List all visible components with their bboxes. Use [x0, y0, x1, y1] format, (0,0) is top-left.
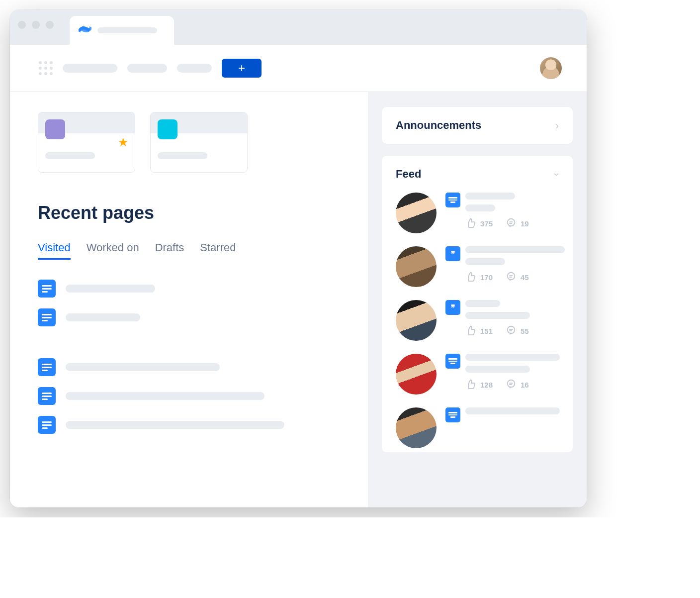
announcements-panel[interactable]: Announcements › [382, 107, 573, 144]
user-avatar[interactable] [396, 246, 437, 287]
nav-item-placeholder[interactable] [127, 64, 167, 73]
feed-meta: 375 19 [445, 217, 559, 230]
page-title-placeholder [66, 363, 220, 371]
plus-icon: + [238, 61, 245, 75]
content-area: ★ Recent pages VisitedWorked onDraftsSta… [10, 92, 587, 507]
page-list [38, 280, 340, 434]
user-avatar[interactable] [396, 354, 437, 395]
feed-excerpt-placeholder [465, 366, 530, 373]
like-count[interactable]: 128 [465, 379, 493, 391]
chevron-right-icon: › [555, 120, 559, 131]
space-cards-row: ★ [38, 112, 340, 173]
comment-count[interactable]: 19 [506, 217, 529, 230]
quote-icon: ❞ [445, 246, 460, 261]
feed-title-placeholder [465, 354, 560, 361]
feed-meta: 170 45 [445, 271, 565, 284]
tab-worked-on[interactable]: Worked on [87, 241, 139, 260]
quote-icon: ❞ [445, 300, 460, 315]
feed-item[interactable]: ❞ 170 45 [396, 246, 559, 287]
feed-meta: 151 55 [445, 325, 559, 337]
page-icon [445, 354, 460, 369]
feed-item[interactable]: ❞ 151 55 [396, 300, 559, 341]
page-heading: Recent pages [38, 202, 340, 223]
maximize-window-icon[interactable] [46, 21, 54, 29]
top-navigation: + [10, 45, 587, 92]
tab-drafts[interactable]: Drafts [155, 241, 184, 260]
page-list-item[interactable] [38, 387, 340, 405]
feed-list: 375 19 ❞ 170 45 ❞ 151 55 128 16 [396, 193, 559, 448]
space-icon [45, 119, 65, 139]
nav-item-placeholder[interactable] [63, 64, 117, 73]
nav-item-placeholder[interactable] [177, 64, 212, 73]
app-switcher-icon[interactable] [39, 61, 53, 75]
space-name-placeholder [158, 152, 207, 159]
browser-tab[interactable] [70, 16, 174, 45]
app-window: + ★ Recent pages VisitedWorked onDraftsS… [10, 10, 587, 507]
feed-excerpt-placeholder [465, 312, 530, 319]
feed-item[interactable]: 128 16 [396, 354, 559, 395]
page-title-placeholder [66, 421, 284, 429]
feed-meta: 128 16 [445, 379, 560, 391]
feed-excerpt-placeholder [465, 258, 505, 265]
comment-icon [506, 379, 517, 391]
page-list-item[interactable] [38, 416, 340, 434]
window-controls[interactable] [18, 21, 54, 29]
feed-title-placeholder [465, 300, 500, 307]
page-title-placeholder [66, 392, 264, 400]
page-icon [445, 193, 460, 207]
comment-count[interactable]: 16 [506, 379, 529, 391]
like-count[interactable]: 151 [465, 325, 493, 337]
chevron-down-icon[interactable]: › [551, 173, 563, 176]
page-icon [38, 308, 56, 326]
thumbs-up-icon [465, 379, 476, 391]
tab-visited[interactable]: Visited [38, 241, 71, 260]
create-button[interactable]: + [222, 59, 262, 78]
announcements-title: Announcements [396, 119, 481, 132]
recent-tabs: VisitedWorked onDraftsStarred [38, 241, 340, 260]
page-icon [38, 358, 56, 376]
user-avatar[interactable] [396, 193, 437, 233]
feed-excerpt-placeholder [465, 204, 495, 211]
feed-title-placeholder [465, 246, 565, 253]
page-icon [445, 407, 460, 422]
page-list-item[interactable] [38, 308, 340, 326]
page-icon [38, 387, 56, 405]
comment-count[interactable]: 45 [506, 271, 529, 284]
space-name-placeholder [45, 152, 95, 159]
feed-item[interactable]: 375 19 [396, 193, 559, 233]
space-card[interactable] [150, 112, 248, 173]
svg-point-6 [508, 326, 515, 334]
comment-icon [506, 217, 517, 230]
profile-avatar[interactable] [540, 57, 562, 79]
tab-starred[interactable]: Starred [200, 241, 236, 260]
space-icon [158, 119, 177, 139]
page-title-placeholder [66, 313, 140, 321]
browser-titlebar [10, 10, 587, 45]
like-count[interactable]: 375 [465, 217, 493, 230]
like-count[interactable]: 170 [465, 271, 493, 284]
comment-icon [506, 325, 517, 337]
feed-title-placeholder [465, 193, 515, 199]
page-icon [38, 416, 56, 434]
svg-point-9 [508, 380, 515, 388]
user-avatar[interactable] [396, 407, 437, 448]
feed-item[interactable] [396, 407, 559, 448]
feed-title: Feed [396, 168, 421, 181]
right-sidebar: Announcements › Feed › 375 19 ❞ 170 45 [368, 92, 587, 507]
main-column: ★ Recent pages VisitedWorked onDraftsSta… [10, 92, 368, 507]
thumbs-up-icon [465, 325, 476, 337]
tab-title-placeholder [97, 27, 157, 33]
confluence-logo-icon [79, 23, 91, 38]
close-window-icon[interactable] [18, 21, 26, 29]
user-avatar[interactable] [396, 300, 437, 341]
minimize-window-icon[interactable] [32, 21, 40, 29]
page-list-item[interactable] [38, 280, 340, 298]
space-card[interactable]: ★ [38, 112, 135, 173]
feed-title-placeholder [465, 407, 560, 414]
star-icon[interactable]: ★ [118, 135, 129, 149]
comment-icon [506, 271, 517, 284]
page-icon [38, 280, 56, 298]
page-title-placeholder [66, 285, 155, 293]
comment-count[interactable]: 55 [506, 325, 529, 337]
page-list-item[interactable] [38, 358, 340, 376]
